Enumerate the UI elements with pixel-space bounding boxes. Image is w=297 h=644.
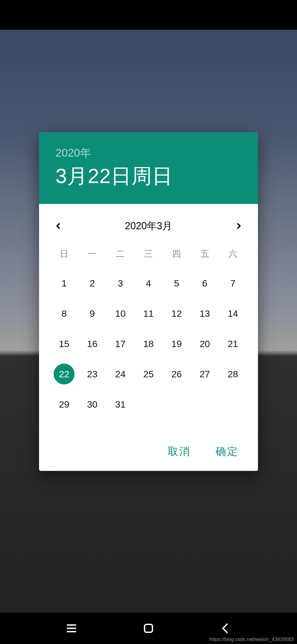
day-cell[interactable]: 20 <box>191 334 219 354</box>
day-cell[interactable]: 28 <box>219 364 247 384</box>
day-cell[interactable]: 3 <box>106 273 134 293</box>
weekday-header: 五 <box>191 242 219 263</box>
day-cell[interactable]: 24 <box>106 364 134 384</box>
day-cell[interactable]: 17 <box>106 334 134 354</box>
weekday-header: 三 <box>134 242 163 263</box>
weekday-header: 一 <box>78 242 106 263</box>
day-cell[interactable]: 9 <box>78 304 106 323</box>
menu-button[interactable] <box>65 622 78 635</box>
calendar-grid: 日一二三四五六123456789101112131415161718192021… <box>39 242 258 420</box>
cancel-button[interactable]: 取消 <box>168 444 191 459</box>
back-button[interactable] <box>219 622 232 635</box>
weekday-header: 日 <box>50 242 78 263</box>
weekday-header: 二 <box>106 242 134 263</box>
day-cell[interactable]: 23 <box>78 364 106 384</box>
day-cell[interactable]: 15 <box>50 334 78 354</box>
day-cell[interactable]: 16 <box>78 334 106 354</box>
day-cell[interactable]: 29 <box>50 394 78 414</box>
prev-month-button[interactable] <box>50 218 67 234</box>
header-year[interactable]: 2020年 <box>56 145 241 160</box>
chevron-left-icon <box>54 222 62 230</box>
day-cell-empty <box>163 394 191 414</box>
weekday-header: 四 <box>163 242 191 263</box>
svg-rect-3 <box>145 624 153 632</box>
day-cell[interactable]: 5 <box>163 273 191 293</box>
day-cell[interactable]: 26 <box>163 364 191 384</box>
chevron-right-icon <box>235 222 243 230</box>
confirm-button[interactable]: 确定 <box>216 444 239 459</box>
dialog-header: 2020年 3月22日周日 <box>39 132 258 204</box>
day-cell[interactable]: 13 <box>191 304 219 323</box>
day-cell[interactable]: 6 <box>191 273 219 293</box>
day-cell[interactable]: 2 <box>78 273 106 293</box>
month-navigation: 2020年3月 <box>39 204 258 242</box>
day-cell-empty <box>219 394 247 414</box>
day-cell[interactable]: 30 <box>78 394 106 414</box>
next-month-button[interactable] <box>230 218 247 234</box>
day-cell[interactable]: 10 <box>106 304 134 323</box>
day-cell[interactable]: 14 <box>219 304 247 323</box>
day-cell-empty <box>134 394 163 414</box>
day-cell[interactable]: 31 <box>106 394 134 414</box>
weekday-header: 六 <box>219 242 247 263</box>
day-cell[interactable]: 12 <box>163 304 191 323</box>
day-cell[interactable]: 18 <box>134 334 163 354</box>
home-button[interactable] <box>142 622 155 635</box>
watermark: https://blog.csdn.net/weixin_43839583 <box>210 637 294 642</box>
day-cell[interactable]: 7 <box>219 273 247 293</box>
chevron-left-icon <box>219 622 232 635</box>
month-label[interactable]: 2020年3月 <box>125 219 172 233</box>
day-cell[interactable]: 27 <box>191 364 219 384</box>
date-picker-dialog: 2020年 3月22日周日 2020年3月 日一二三四五六12345678910… <box>39 132 258 471</box>
day-cell[interactable]: 4 <box>134 273 163 293</box>
dialog-actions: 取消 确定 <box>39 420 258 471</box>
day-cell[interactable]: 1 <box>50 273 78 293</box>
square-icon <box>142 622 155 635</box>
day-cell-empty <box>191 394 219 414</box>
menu-icon <box>65 622 78 635</box>
day-cell[interactable]: 21 <box>219 334 247 354</box>
day-cell[interactable]: 11 <box>134 304 163 323</box>
day-cell[interactable]: 19 <box>163 334 191 354</box>
day-cell[interactable]: 22 <box>50 364 78 384</box>
day-cell[interactable]: 8 <box>50 304 78 323</box>
header-date[interactable]: 3月22日周日 <box>56 163 241 190</box>
day-cell[interactable]: 25 <box>134 364 163 384</box>
